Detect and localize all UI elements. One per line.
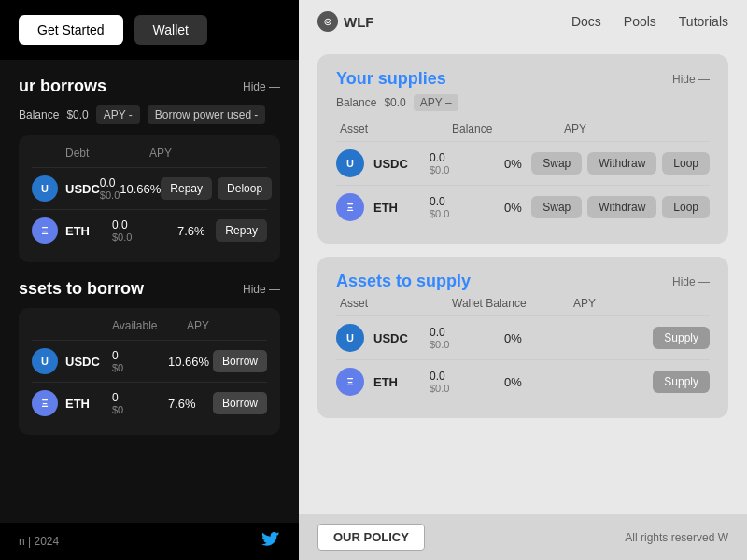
logo-circle-icon: ◎ — [317, 11, 338, 32]
logo-text: WLF — [344, 14, 374, 30]
supply-eth-withdraw-button[interactable]: Withdraw — [587, 196, 656, 218]
eth-borrow-button[interactable]: Borrow — [213, 392, 267, 414]
usdc-repay-button[interactable]: Repay — [161, 177, 212, 200]
assets-to-supply-section-header: Assets to supply Hide — — [336, 272, 710, 291]
usdc-name: USDC — [65, 182, 100, 196]
supplies-table-header: Asset Balance APY — [336, 122, 710, 135]
borrow-row-usdc: U USDC 0.0 $0.0 10.66% Repay Deloop — [32, 167, 267, 209]
balance-label: Balance — [19, 108, 59, 121]
supplies-hide-button[interactable]: Hide — — [672, 73, 710, 86]
supplies-balance-label: Balance — [336, 96, 376, 109]
supply-usdc-sub: $0.0 — [430, 164, 504, 175]
supply-avail-usdc-apy: 0% — [504, 331, 653, 345]
supply-avail-usdc-sub: $0.0 — [430, 339, 504, 350]
policy-button[interactable]: OUR POLICY — [317, 524, 425, 551]
supply-avail-eth-sub: $0.0 — [430, 383, 504, 394]
eth-avail-amounts: 0 $0 — [112, 391, 168, 415]
supply-eth-icon: Ξ — [336, 193, 364, 221]
supply-usdc-main: 0.0 — [430, 151, 504, 164]
supply-eth-actions: Swap Withdraw Loop — [531, 196, 710, 218]
borrow-avail-row-eth: Ξ ETH 0 $0 7.6% Borrow — [32, 382, 267, 424]
supply-eth-main: 0.0 — [430, 195, 504, 208]
eth-borrow-actions: Repay — [216, 219, 267, 242]
borrow-power-chip[interactable]: Borrow power used - — [148, 105, 265, 124]
get-started-button[interactable]: Get Started — [19, 15, 123, 45]
supply-eth-name: ETH — [374, 201, 430, 215]
usdc-borrow-button[interactable]: Borrow — [213, 350, 267, 372]
eth-debt-main: 0.0 — [112, 218, 177, 231]
supply-row-usdc: U USDC 0.0 $0.0 0% Swap Withdraw Loop — [336, 141, 710, 185]
eth-icon: Ξ — [32, 217, 58, 244]
usdc-avail-icon: U — [32, 348, 58, 374]
supplies-filter-row: Balance $0.0 APY – — [336, 94, 710, 111]
eth-repay-button[interactable]: Repay — [216, 219, 267, 242]
eth-borrow-apy: 7.6% — [177, 224, 216, 238]
supplies-title: Your supplies — [336, 69, 446, 89]
supply-eth-swap-button[interactable]: Swap — [531, 196, 582, 218]
assets-to-supply-title: Assets to supply — [336, 272, 471, 291]
apy-chip[interactable]: APY - — [96, 105, 140, 124]
assets-to-supply-card: Assets to supply Hide — Asset Wallet Bal… — [317, 257, 728, 418]
usdc-borrow-btn-wrapper: Borrow — [213, 350, 267, 372]
balance-value: $0.0 — [66, 108, 88, 121]
left-content: ur borrows Hide — Balance $0.0 APY - Bor… — [0, 60, 299, 523]
left-top-bar: Get Started Wallet — [0, 0, 299, 60]
supply-usdc-loop-button[interactable]: Loop — [662, 152, 710, 175]
supply-avail-eth-apy: 0% — [504, 375, 653, 389]
supply-usdc-actions: Swap Withdraw Loop — [531, 152, 710, 175]
supply-eth-button[interactable]: Supply — [653, 371, 710, 393]
apy-col-header: APY — [149, 147, 267, 160]
supply-usdc-amounts: 0.0 $0.0 — [430, 151, 504, 175]
usdc-avail-apy: 10.66% — [168, 355, 213, 369]
assets-to-borrow-section-header: ssets to borrow Hide — — [19, 279, 280, 299]
nav-tutorials-link[interactable]: Tutorials — [679, 14, 728, 29]
supplies-apy-header: APY — [564, 122, 710, 135]
eth-avail-sub: $0 — [112, 404, 168, 415]
eth-debt-sub: $0.0 — [112, 231, 177, 243]
assets-to-borrow-hide-button[interactable]: Hide — — [243, 283, 280, 296]
supply-avail-eth-amounts: 0.0 $0.0 — [430, 370, 504, 394]
usdc-avail-name: USDC — [65, 355, 112, 369]
supply-avail-eth-icon: Ξ — [336, 368, 364, 396]
footer-year: n | 2024 — [19, 535, 59, 548]
usdc-avail-sub: $0 — [112, 362, 168, 373]
borrow-row-eth: Ξ ETH 0.0 $0.0 7.6% Repay — [32, 209, 267, 251]
usdc-debt-amounts: 0.0 $0.0 — [100, 176, 120, 201]
wallet-button[interactable]: Wallet — [134, 15, 207, 45]
supply-avail-usdc-actions: Supply — [653, 327, 710, 349]
assets-to-borrow-table-header: Available APY — [32, 319, 267, 332]
supply-avail-usdc-name: USDC — [374, 331, 430, 345]
nav-docs-link[interactable]: Docs — [571, 14, 601, 29]
supply-usdc-button[interactable]: Supply — [653, 327, 710, 349]
left-panel: Get Started Wallet ur borrows Hide — Bal… — [0, 0, 299, 560]
nav-logo: ◎ WLF — [317, 11, 374, 32]
usdc-deloop-button[interactable]: Deloop — [218, 177, 272, 200]
supply-avail-usdc-main: 0.0 — [430, 326, 504, 339]
twitter-icon[interactable] — [261, 532, 280, 551]
supply-usdc-swap-button[interactable]: Swap — [531, 152, 582, 175]
eth-avail-apy: 7.6% — [168, 397, 213, 411]
borrows-hide-button[interactable]: Hide — — [243, 80, 280, 93]
eth-name: ETH — [65, 224, 112, 238]
left-footer: n | 2024 — [0, 523, 299, 560]
assets-to-supply-table-header: Asset Wallet Balance APY — [336, 297, 710, 310]
borrow-power-label: Borrow power used — [155, 108, 251, 121]
supplies-apy-chip[interactable]: APY – — [414, 94, 458, 111]
supply-usdc-withdraw-button[interactable]: Withdraw — [587, 152, 656, 175]
supplies-balance-header: Balance — [452, 122, 564, 135]
rights-text: All rights reserved W — [625, 531, 728, 544]
right-footer: OUR POLICY All rights reserved W — [299, 514, 747, 560]
assets-to-borrow-title: ssets to borrow — [19, 279, 144, 299]
nav-pools-link[interactable]: Pools — [624, 14, 656, 29]
borrows-title: ur borrows — [19, 77, 106, 96]
supply-usdc-icon: U — [336, 149, 364, 177]
supply-avail-eth-main: 0.0 — [430, 370, 504, 383]
borrows-filter-row: Balance $0.0 APY - Borrow power used - — [19, 105, 280, 124]
supply-eth-amounts: 0.0 $0.0 — [430, 195, 504, 219]
assets-to-supply-hide-button[interactable]: Hide — — [672, 275, 710, 288]
supplies-card: Your supplies Hide — Balance $0.0 APY – … — [317, 54, 728, 244]
right-content: Your supplies Hide — Balance $0.0 APY – … — [299, 43, 747, 514]
eth-avail-name: ETH — [65, 397, 112, 411]
supply-avail-usdc-amounts: 0.0 $0.0 — [430, 326, 504, 350]
supply-eth-loop-button[interactable]: Loop — [662, 196, 710, 218]
